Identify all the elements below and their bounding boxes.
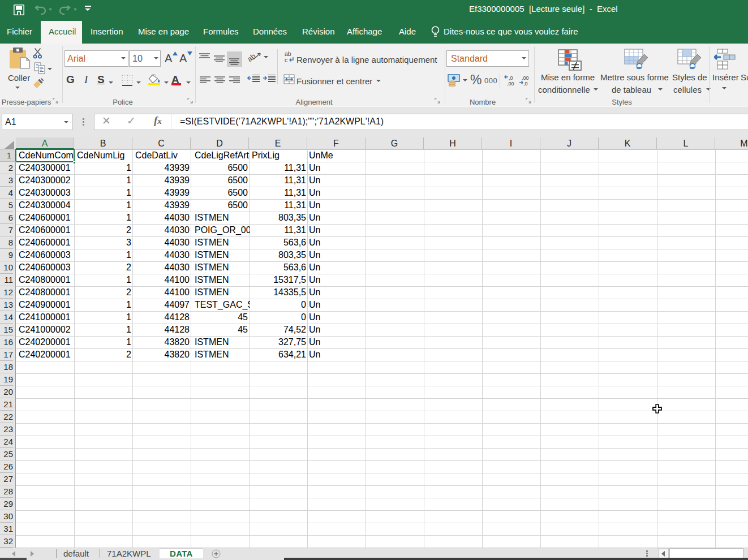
svg-text:,00: ,00 (507, 81, 514, 86)
svg-text:,0: ,0 (509, 75, 513, 81)
svg-text:c: c (285, 57, 287, 63)
svg-text:,0: ,0 (523, 81, 528, 86)
svg-text:,00: ,00 (522, 75, 529, 81)
